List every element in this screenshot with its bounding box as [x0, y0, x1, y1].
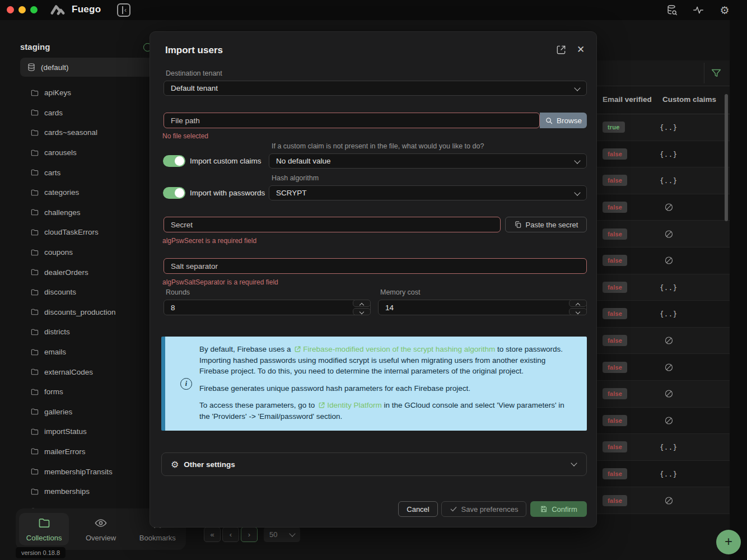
secret-error: algPswSecret is a required field [162, 237, 256, 245]
email-verified-badge: false [603, 202, 627, 213]
folder-icon [30, 88, 39, 97]
paste-secret-button[interactable]: Paste the secret [505, 217, 587, 232]
hash-label: Hash algorithm [272, 174, 319, 182]
zoom-window-button[interactable] [30, 6, 38, 13]
tenant-select[interactable]: Default tenant [164, 81, 587, 96]
memory-cost-input[interactable] [379, 300, 568, 315]
custom-claims-none-icon [657, 496, 680, 505]
email-verified-badge: false [603, 335, 627, 346]
save-icon [540, 505, 548, 513]
tenant-label: Destination tenant [166, 69, 222, 77]
collection-name: externalCodes [44, 368, 93, 376]
page-size-value: 50 [269, 530, 277, 539]
rounds-decrement-button[interactable] [353, 308, 371, 315]
custom-claims-none-icon [657, 336, 680, 346]
identity-platform-link[interactable]: Identity Platform [317, 401, 382, 409]
default-claim-value: No default value [276, 157, 331, 165]
import-with-passwords-toggle[interactable] [163, 187, 185, 199]
rounds-field [164, 300, 371, 315]
email-verified-badge: false [603, 441, 627, 452]
custom-claims-none-icon [657, 416, 680, 425]
rounds-increment-button[interactable] [353, 300, 371, 307]
next-page-button[interactable]: › [241, 527, 258, 542]
file-error: No file selected [162, 132, 208, 140]
version-label: version 0.18.8 [16, 547, 66, 558]
folder-icon [30, 288, 39, 297]
collection-name: districts [44, 328, 70, 336]
collection-name: categories [44, 188, 79, 197]
window-controls [7, 6, 38, 13]
filter-button[interactable] [707, 64, 725, 82]
memory-increment-button[interactable] [569, 300, 587, 307]
environment-name: staging [20, 42, 50, 52]
folder-icon [30, 268, 39, 277]
folder-icon [30, 407, 39, 416]
prev-page-button[interactable]: ‹ [222, 527, 239, 542]
collection-name: discounts_production [44, 308, 116, 316]
folder-icon [30, 108, 39, 117]
tab-overview[interactable]: Overview [72, 508, 129, 550]
email-verified-badge: false [603, 495, 627, 506]
modal-title: Import users [165, 45, 223, 56]
hash-algorithm-select[interactable]: SCRYPT [269, 185, 587, 200]
other-settings-label: Other settings [184, 460, 235, 469]
chevron-down-icon [574, 157, 580, 164]
secret-input[interactable] [164, 217, 501, 232]
collection-name: challenges [44, 208, 81, 217]
external-link-icon [318, 402, 325, 409]
default-claim-select[interactable]: No default value [269, 153, 587, 169]
tab-collections-label: Collections [26, 534, 62, 542]
collection-name: cards [44, 109, 63, 117]
add-document-fab[interactable]: + [716, 530, 741, 554]
expand-modal-icon[interactable] [555, 44, 568, 57]
rounds-input[interactable] [164, 300, 352, 315]
scrypt-doc-link[interactable]: Firebase-modified version of the scrypt … [293, 345, 495, 353]
settings-gear-icon[interactable]: ⚙ [718, 3, 731, 17]
folder-icon [38, 516, 51, 530]
collection-name: carts [44, 169, 60, 177]
page-size-select[interactable]: 50 [264, 527, 300, 542]
save-preferences-button[interactable]: Save preferences [441, 501, 526, 517]
memory-cost-field [378, 300, 587, 315]
cancel-button[interactable]: Cancel [398, 501, 438, 517]
collection-name: importStatus [44, 427, 87, 436]
import-custom-claims-toggle[interactable] [163, 155, 185, 167]
first-page-button[interactable]: « [204, 527, 221, 542]
custom-claims-object-icon: {..} [657, 175, 680, 185]
file-path-input[interactable] [164, 113, 540, 128]
other-settings-accordion[interactable]: ⚙ Other settings [161, 452, 587, 476]
plus-icon: + [725, 535, 732, 548]
folder-icon [30, 388, 39, 396]
close-window-button[interactable] [7, 6, 14, 13]
import-users-modal: Import users ✕ Destination tenant Defaul… [150, 31, 597, 528]
folder-icon [30, 427, 39, 436]
collection-name: emails [44, 348, 66, 356]
activity-icon[interactable] [692, 3, 705, 17]
salt-separator-input[interactable] [164, 258, 587, 274]
memory-decrement-button[interactable] [569, 308, 587, 315]
cancel-label: Cancel [407, 505, 429, 514]
browse-button[interactable]: Browse [540, 113, 587, 128]
app-window: Fuego ‹ ⚙ staging [0, 0, 747, 560]
eye-icon [94, 516, 108, 530]
email-verified-badge: false [603, 282, 627, 293]
minimize-window-button[interactable] [18, 6, 26, 13]
confirm-label: Confirm [552, 505, 577, 514]
prev-page-icon: ‹ [230, 530, 232, 539]
folder-icon [30, 367, 39, 376]
folder-icon [30, 328, 39, 337]
tab-collections[interactable]: Collections [16, 508, 72, 550]
collection-name: carousels [44, 148, 77, 157]
confirm-button[interactable]: Confirm [530, 501, 587, 517]
save-preferences-label: Save preferences [461, 505, 519, 514]
filter-icon [710, 67, 722, 80]
search-icon [545, 116, 553, 125]
check-icon [450, 505, 457, 513]
browse-label: Browse [557, 116, 582, 125]
close-icon[interactable]: ✕ [575, 43, 587, 55]
folder-icon [30, 307, 39, 316]
folder-icon [30, 188, 39, 197]
sidebar-collapse-icon[interactable]: ‹ [117, 3, 130, 17]
table-scrollbar[interactable] [725, 94, 728, 221]
database-search-icon[interactable] [665, 3, 679, 17]
